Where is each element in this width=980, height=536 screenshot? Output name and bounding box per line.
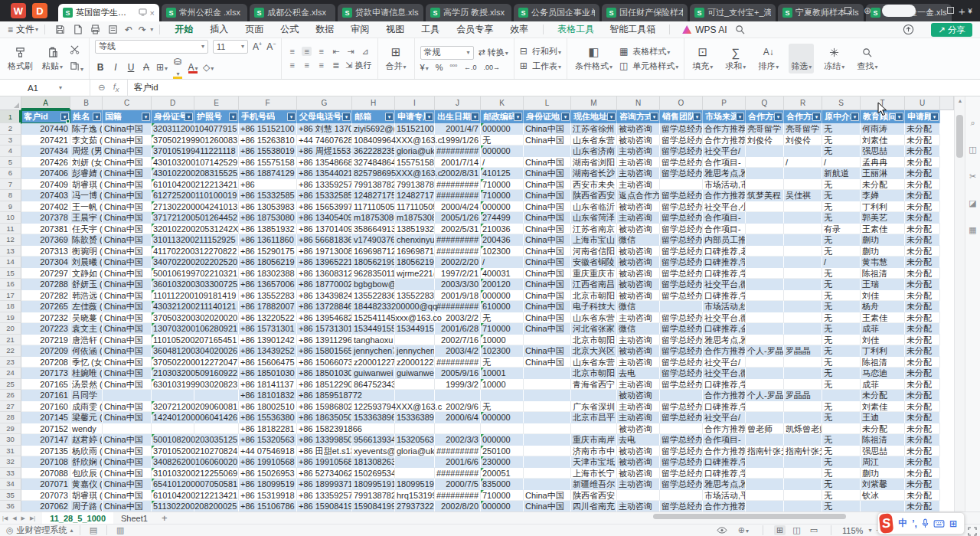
- col-header-A[interactable]: A: [21, 96, 70, 110]
- grid-cell[interactable]: 未分配: [905, 401, 940, 413]
- grid-cell[interactable]: +86 18101832: [239, 390, 297, 401]
- grid-cell[interactable]: 210036: [481, 224, 524, 235]
- grid-cell[interactable]: 留学总经办: [660, 157, 703, 168]
- grid-cell[interactable]: 2001/4/7: [435, 123, 481, 135]
- grid-cell[interactable]: +86 周煜155380: [297, 145, 352, 157]
- grid-cell[interactable]: [784, 335, 822, 346]
- rail-chart-icon[interactable]: ◪: [969, 198, 976, 208]
- name-box[interactable]: A1▾: [0, 80, 90, 96]
- grid-cell[interactable]: +86 1863505000: [297, 412, 352, 423]
- grid-cell[interactable]: 微信: [617, 323, 660, 335]
- grid-cell[interactable]: 河北省张家: [571, 323, 617, 335]
- grid-cell[interactable]: 2003/4/2: [435, 345, 481, 357]
- grid-cell[interactable]: China中国: [103, 379, 152, 391]
- print-icon[interactable]: [90, 25, 100, 34]
- macro-icon[interactable]: ▤: [90, 525, 97, 535]
- col-header-Q[interactable]: Q: [746, 96, 784, 110]
- filter-dropdown-icon[interactable]: ▾: [930, 113, 939, 121]
- row-header-19[interactable]: 19: [0, 312, 21, 324]
- grid-cell[interactable]: 未分配: [861, 390, 905, 401]
- grid-cell[interactable]: +86 1851229020: [297, 379, 352, 391]
- grid-cell[interactable]: 151521001: [395, 123, 435, 135]
- close-button[interactable]: ×: [960, 5, 980, 16]
- grid-cell[interactable]: 360481200304020026: [152, 345, 194, 357]
- filter-dropdown-icon[interactable]: ▾: [514, 113, 522, 121]
- grid-cell[interactable]: 江苏省徐州: [571, 123, 617, 135]
- grid-cell[interactable]: +86 15536380: [239, 412, 297, 423]
- grid-cell[interactable]: 654101200007050581: [152, 479, 194, 490]
- grid-cell[interactable]: 207313: [21, 246, 70, 257]
- header-cell-S[interactable]: 原中介机▾: [822, 110, 861, 123]
- grid-cell[interactable]: 合作方推荐: [703, 190, 746, 201]
- grid-cell[interactable]: 未分配: [905, 190, 940, 201]
- grid-cell[interactable]: 无: [822, 368, 861, 379]
- row-header-34[interactable]: 34: [0, 479, 21, 490]
- row-header-27[interactable]: 27: [0, 401, 21, 413]
- grid-cell[interactable]: 207208: [21, 357, 70, 368]
- grid-cell[interactable]: 留学总经办: [660, 335, 703, 346]
- grid-cell[interactable]: 000000: [481, 123, 524, 135]
- grid-cell[interactable]: [660, 301, 703, 312]
- grid-cell[interactable]: 799138782: [395, 179, 435, 191]
- grid-cell[interactable]: +86 18099519: [239, 479, 297, 490]
- grid-cell[interactable]: #########: [435, 246, 481, 257]
- ime-keyboard-icon[interactable]: [933, 520, 945, 528]
- grid-cell[interactable]: 湖南省浏阳: [571, 157, 617, 168]
- selection-mode-icon[interactable]: ⊕▾: [738, 525, 749, 535]
- header-cell-N[interactable]: 咨询方式▾: [617, 110, 660, 123]
- grid-cell[interactable]: 蒯玏: [861, 234, 905, 246]
- grid-cell[interactable]: [746, 257, 784, 268]
- layout-mode-icon[interactable]: [838, 5, 858, 16]
- grid-cell[interactable]: 个人-罗晶: [746, 345, 784, 357]
- grid-cell[interactable]: 未分配: [905, 312, 940, 324]
- grid-cell[interactable]: 舒妍玉 (女: [70, 279, 103, 290]
- grid-cell[interactable]: +86 1859518772: [297, 390, 352, 401]
- grid-cell[interactable]: 2001/6/28: [435, 323, 481, 335]
- grid-cell[interactable]: #########: [435, 301, 481, 312]
- grid-cell[interactable]: 筑梦美程: [746, 190, 784, 201]
- grid-cell[interactable]: 371721200501264452: [152, 212, 194, 224]
- grid-cell[interactable]: +86 15731301: [239, 323, 297, 335]
- font-name-select[interactable]: 等线▾: [95, 40, 208, 54]
- grid-cell[interactable]: 吴佳祺: [784, 190, 822, 201]
- grid-cell[interactable]: China中国: [524, 224, 571, 235]
- grid-cell[interactable]: 陕西省西安: [571, 190, 617, 201]
- grid-cell[interactable]: 山东省济南: [571, 145, 617, 157]
- grid-cell[interactable]: 被动咨询: [617, 268, 660, 279]
- chevron-down-icon[interactable]: ▾: [150, 26, 153, 33]
- grid-cell[interactable]: 口碑推荐,金: [703, 323, 746, 335]
- grid-cell[interactable]: 10000: [481, 335, 524, 346]
- grid-cell[interactable]: [660, 179, 703, 191]
- row-header-11[interactable]: 11: [0, 224, 21, 235]
- header-cell-E[interactable]: 护照号▾: [194, 110, 239, 123]
- grid-cell[interactable]: 207071: [21, 479, 70, 490]
- grid-cell[interactable]: chenxinyur: [395, 234, 435, 246]
- grid-cell[interactable]: 207288: [21, 279, 70, 290]
- grid-cell[interactable]: 320721200209060081: [152, 401, 194, 413]
- grid-cell[interactable]: 微信: [617, 234, 660, 246]
- row-header-22[interactable]: 22: [0, 345, 21, 357]
- grid-cell[interactable]: 1997/2/21: [435, 268, 481, 279]
- filter-dropdown-icon[interactable]: ▾: [385, 113, 394, 121]
- grid-cell[interactable]: 411702200312270822: [152, 246, 194, 257]
- grid-cell[interactable]: +86 15332585: [239, 190, 297, 201]
- grid-cell[interactable]: China中国: [524, 190, 571, 201]
- grid-cell[interactable]: +86 15106786: [239, 501, 297, 511]
- grid-cell[interactable]: 被动咨询: [617, 468, 660, 479]
- grid-cell[interactable]: 1813082635: [352, 456, 395, 468]
- grid-cell[interactable]: 何依涵 (女: [70, 345, 103, 357]
- grid-cell[interactable]: 天津市宝坻: [571, 456, 617, 468]
- file-tab[interactable]: S常州公积金 .xlsx: [162, 4, 247, 21]
- grid-cell[interactable]: +86 18182281: [239, 423, 297, 435]
- formula-input[interactable]: 客户id: [127, 80, 158, 96]
- grid-cell[interactable]: 重庆重庆市: [571, 268, 617, 279]
- grid-cell[interactable]: 1999/1/26: [435, 135, 481, 146]
- grid-cell[interactable]: 社交平台,小: [703, 201, 746, 213]
- grid-cell[interactable]: +86 15575158: [239, 157, 297, 168]
- grid-cell[interactable]: tanghaoxu: [352, 335, 395, 346]
- grid-cell[interactable]: /: [822, 157, 861, 168]
- grid-cell[interactable]: China中国: [103, 368, 152, 379]
- grid-cell[interactable]: [784, 179, 822, 191]
- grid-cell[interactable]: 未分配: [905, 434, 940, 446]
- grid-cell[interactable]: #########: [435, 179, 481, 191]
